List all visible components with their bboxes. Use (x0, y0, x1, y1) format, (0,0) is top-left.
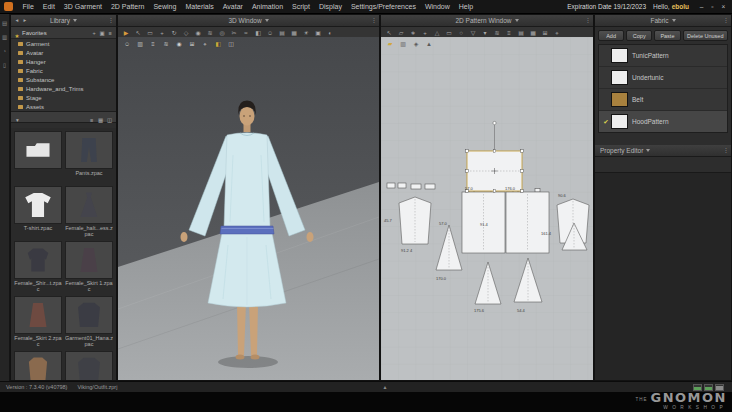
fabric-panel-header[interactable]: Fabric ⋮ (595, 15, 731, 27)
texture-editor-icon[interactable]: ▦ (527, 28, 539, 38)
filter-dropdown-icon[interactable]: ▾ (13, 115, 22, 125)
pattern-canvas[interactable]: ▰▥◈▲ 45.791.2 457.0176.091.457.0170.0161… (381, 37, 593, 380)
library-tree-item-fabric[interactable]: Fabric (11, 66, 116, 75)
rotate-tool-icon[interactable]: ↻ (168, 28, 180, 38)
menu-item-3d-garment[interactable]: 3D Garment (59, 3, 106, 10)
menu-item-edit[interactable]: Edit (38, 3, 59, 10)
pattern-piece-back-bodice[interactable] (506, 189, 549, 254)
edit-point-icon[interactable]: ∗ (407, 28, 419, 38)
forward-icon[interactable]: ▸ (21, 15, 29, 26)
library-item[interactable]: Female_halt...ess.zpac (65, 186, 113, 238)
library-item[interactable]: T-shirt.zpac (14, 186, 62, 238)
avatar-display-icon[interactable]: ☺ (264, 28, 276, 38)
tack-tool-icon[interactable]: ◎ (216, 28, 228, 38)
scissors-tool-icon[interactable]: ✂ (228, 28, 240, 38)
pattern-info-icon[interactable]: ◈ (410, 39, 422, 49)
pattern-folder-icon[interactable]: ▰ (384, 39, 396, 49)
fabric-item-belt[interactable]: Belt (599, 89, 727, 111)
add-point-icon[interactable]: + (419, 28, 431, 38)
menu-item-window[interactable]: Window (420, 3, 454, 10)
bookmark-tab-icon[interactable]: ▯ (0, 60, 9, 70)
panel-menu-icon[interactable]: ⋮ (107, 15, 115, 26)
garment-belt[interactable] (220, 226, 274, 234)
menu-item-materials[interactable]: Materials (181, 3, 218, 10)
property-editor-header[interactable]: Property Editor ⋮ (595, 145, 731, 157)
texture-display-icon[interactable]: ▦ (288, 28, 300, 38)
library-item[interactable]: Pants.zpac (65, 131, 113, 183)
light-icon[interactable]: ☀ (300, 28, 312, 38)
add-favorite-icon[interactable]: + (90, 28, 98, 38)
library-tree-item-substance[interactable]: Substance (11, 75, 116, 84)
menu-item-animation[interactable]: Animation (247, 3, 287, 10)
library-item[interactable]: Garment01_Hana.zpac (65, 296, 113, 348)
sort-icon[interactable]: ◫ (105, 115, 114, 125)
seam-tool-icon[interactable]: ≋ (491, 28, 503, 38)
simulate-icon[interactable]: ▶ (120, 28, 132, 38)
show-fit-map-icon[interactable]: ◫ (225, 39, 237, 49)
show-seamlines-icon[interactable]: ≋ (160, 39, 172, 49)
menu-item-help[interactable]: Help (454, 3, 477, 10)
scene-tab-icon[interactable]: ▥ (0, 32, 9, 42)
fold-arrangement-icon[interactable]: ◧ (252, 28, 264, 38)
history-tab-icon[interactable]: ◔ (0, 46, 9, 56)
panel-menu-icon[interactable]: ⋮ (584, 15, 592, 26)
show-gizmo-icon[interactable]: ⌖ (199, 39, 211, 49)
grading-icon[interactable]: ▤ (515, 28, 527, 38)
open-folder-icon[interactable]: ▣ (98, 28, 106, 38)
close-button[interactable]: × (718, 2, 729, 12)
library-tree-item-stage[interactable]: Stage (11, 93, 116, 102)
pattern-piece-front-bodice[interactable] (462, 189, 505, 254)
library-tree-item-garment[interactable]: Garment (11, 39, 116, 48)
circle-tool-icon[interactable]: ○ (455, 28, 467, 38)
select-tool-icon[interactable]: ↖ (132, 28, 144, 38)
internal-line-tool-icon[interactable]: ≡ (503, 28, 515, 38)
menu-item-display[interactable]: Display (314, 3, 346, 10)
garment-display-icon[interactable]: ▤ (276, 28, 288, 38)
viewport-panel-header[interactable]: 3D Window ⋮ (118, 15, 379, 27)
library-item[interactable] (14, 131, 62, 183)
copy-fabric-button[interactable]: Copy (626, 30, 652, 41)
library-item[interactable]: Female_Skirt 2.zpac (14, 296, 62, 348)
library-tree-item-avatar[interactable]: Avatar (11, 48, 116, 57)
menu-item-sewing[interactable]: Sewing (149, 3, 181, 10)
scale-tool-icon[interactable]: ◇ (180, 28, 192, 38)
menu-item-script[interactable]: Script (288, 3, 315, 10)
render-icon[interactable]: ◐ (324, 28, 336, 38)
pattern-panel-header[interactable]: 2D Pattern Window ⋮ (381, 15, 593, 27)
list-view-icon[interactable]: ≡ (87, 115, 96, 125)
menu-item-settings-preferences[interactable]: Settings/Preferences (346, 3, 420, 10)
panel-menu-icon[interactable]: ⋮ (722, 15, 730, 26)
library-tree-item-hardware-and-trims[interactable]: Hardware_and_Trims (11, 84, 116, 93)
fabric-item-hoodpattern[interactable]: ✔ HoodPattern (599, 111, 727, 132)
pattern-mesh-icon[interactable]: ▲ (423, 39, 435, 49)
box-select-tool-icon[interactable]: ▭ (144, 28, 156, 38)
library-item[interactable]: Garment02_Hana.zpac (14, 351, 62, 380)
rotate-handle[interactable] (493, 121, 496, 124)
grid-toggle-icon[interactable]: ⊞ (539, 28, 551, 38)
add-fabric-button[interactable]: Add (598, 30, 624, 41)
paste-fabric-button[interactable]: Paste (654, 30, 680, 41)
delete-unused-button[interactable]: Delete Unused (683, 30, 729, 41)
maximize-button[interactable]: ▫ (707, 2, 718, 12)
menu-item-2d-pattern[interactable]: 2D Pattern (106, 3, 148, 10)
edit-pattern-icon[interactable]: ▱ (395, 28, 407, 38)
show-grid-icon[interactable]: ⊞ (186, 39, 198, 49)
sewing-tool-icon[interactable]: ≋ (204, 28, 216, 38)
show-pins-icon[interactable]: ◉ (173, 39, 185, 49)
collapse-panel-icon[interactable]: ▲ (379, 382, 391, 392)
move-tool-icon[interactable]: + (156, 28, 168, 38)
rectangle-tool-icon[interactable]: ▭ (443, 28, 455, 38)
show-garment-icon[interactable]: ▥ (134, 39, 146, 49)
transform-pattern-icon[interactable]: ↖ (383, 28, 395, 38)
pattern-piece-small-strips[interactable] (387, 183, 435, 189)
panel-menu-icon[interactable]: ⋮ (722, 145, 730, 156)
library-tree-item-hanger[interactable]: Hanger (11, 57, 116, 66)
menu-item-avatar[interactable]: Avatar (218, 3, 247, 10)
panel-menu-icon[interactable]: ⋮ (370, 15, 378, 26)
pattern-piece-left-sleeve[interactable] (399, 197, 431, 244)
camera-icon[interactable]: ▣ (312, 28, 324, 38)
pattern-layer-icon[interactable]: ▥ (397, 39, 409, 49)
viewport-3d[interactable]: ☺▥≡≋◉⊞⌖◧◫ (118, 37, 379, 380)
pin-tool-icon[interactable]: ◉ (192, 28, 204, 38)
thumbnail-view-icon[interactable]: ▦ (96, 115, 105, 125)
